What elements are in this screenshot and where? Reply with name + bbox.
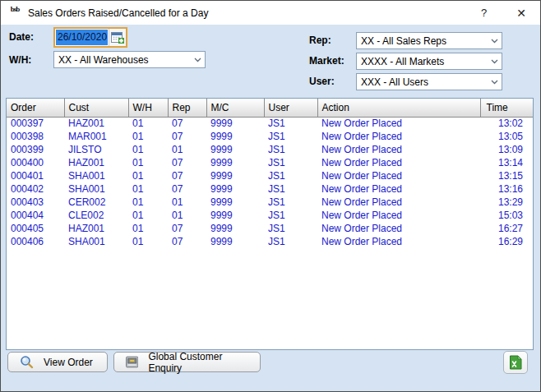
cell-action: New Order Placed: [317, 182, 480, 196]
rep-label: Rep:: [309, 35, 331, 46]
cell-order: 000398: [7, 130, 64, 143]
cell-cust: SHA001: [64, 235, 128, 248]
chevron-down-icon: [190, 58, 205, 62]
cell-time: 13:14: [480, 156, 533, 169]
cell-action: New Order Placed: [317, 209, 480, 222]
cell-m-c: 9999: [206, 196, 264, 209]
column-header-order[interactable]: Order: [7, 99, 64, 117]
warehouse-dropdown-value: XX - All Warehouses: [58, 54, 190, 66]
cell-order: 000397: [7, 117, 64, 130]
table-row[interactable]: 000400HAZ00101079999JS1New Order Placed1…: [7, 156, 533, 169]
cell-cust: HAZ001: [64, 156, 128, 169]
cell-order: 000401: [7, 169, 64, 182]
cell-user: JS1: [264, 209, 317, 222]
cell-w-h: 01: [128, 235, 168, 248]
global-customer-enquiry-button[interactable]: Global Customer Enquiry: [113, 352, 261, 372]
cell-time: 13:02: [480, 117, 533, 130]
chevron-down-icon: [487, 80, 502, 85]
cell-order: 000406: [7, 235, 64, 248]
help-button[interactable]: ?: [465, 1, 502, 25]
cell-rep: 07: [168, 182, 206, 196]
cell-time: 13:29: [480, 196, 533, 209]
cell-time: 13:15: [480, 169, 533, 182]
cell-user: JS1: [264, 117, 317, 130]
table-row[interactable]: 000398MAR00101079999JS1New Order Placed1…: [7, 130, 533, 143]
market-dropdown[interactable]: XXXX - All Markets: [356, 53, 502, 70]
warehouse-dropdown[interactable]: XX - All Warehouses: [53, 51, 206, 68]
column-header-user[interactable]: User: [264, 99, 317, 117]
column-header-action[interactable]: Action: [317, 99, 480, 117]
view-order-button[interactable]: View Order: [7, 352, 108, 372]
cell-time: 13:16: [480, 182, 533, 196]
window-title: Sales Orders Raised/Cancelled for a Day: [28, 7, 208, 19]
cell-time: 16:29: [480, 235, 533, 248]
cell-rep: 01: [168, 196, 206, 209]
title-bar: bsb Sales Orders Raised/Cancelled for a …: [1, 1, 540, 25]
cell-user: JS1: [264, 182, 317, 196]
date-field-group: 26/10/2020: [53, 27, 127, 48]
cell-cust: SHA001: [64, 169, 128, 182]
cell-rep: 07: [168, 169, 206, 182]
cell-rep: 07: [168, 222, 206, 235]
cell-cust: MAR001: [64, 130, 128, 143]
cell-w-h: 01: [128, 196, 168, 209]
cell-m-c: 9999: [206, 130, 264, 143]
table-row[interactable]: 000404CLE00201019999JS1New Order Placed1…: [7, 209, 533, 222]
cell-cust: CLE002: [64, 209, 128, 222]
cell-m-c: 9999: [206, 235, 264, 248]
date-label: Date:: [9, 31, 34, 43]
header-row: OrderCustW/HRepM/CUserActionTime: [7, 99, 533, 117]
table-row[interactable]: 000402SHA00101079999JS1New Order Placed1…: [7, 182, 533, 196]
user-label: User:: [309, 76, 335, 87]
date-picker-button[interactable]: [109, 29, 126, 46]
table-row[interactable]: 000401SHA00101079999JS1New Order Placed1…: [7, 169, 533, 182]
market-label: Market:: [309, 55, 344, 67]
cell-m-c: 9999: [206, 117, 264, 130]
cell-action: New Order Placed: [317, 117, 480, 130]
cell-user: JS1: [264, 169, 317, 182]
export-to-excel-button[interactable]: [503, 351, 528, 374]
cell-user: JS1: [264, 222, 317, 235]
drawer-icon: [126, 356, 138, 368]
cell-w-h: 01: [128, 143, 168, 156]
column-header-cust[interactable]: Cust: [64, 99, 128, 117]
table-row[interactable]: 000397HAZ00101079999JS1New Order Placed1…: [7, 117, 533, 130]
cell-user: JS1: [264, 143, 317, 156]
cell-order: 000399: [7, 143, 64, 156]
cell-action: New Order Placed: [317, 196, 480, 209]
close-button[interactable]: ✕: [502, 1, 540, 25]
orders-table-header: OrderCustW/HRepM/CUserActionTime: [7, 99, 533, 117]
cell-time: 13:09: [480, 143, 533, 156]
cell-w-h: 01: [128, 117, 168, 130]
cell-order: 000405: [7, 222, 64, 235]
column-header-w-h[interactable]: W/H: [128, 99, 168, 117]
warehouse-label: W/H:: [9, 54, 31, 66]
user-dropdown[interactable]: XXX - All Users: [356, 73, 502, 90]
table-row[interactable]: 000403CER00201019999JS1New Order Placed1…: [7, 196, 533, 209]
column-header-time[interactable]: Time: [480, 99, 533, 117]
rep-dropdown[interactable]: XX - All Sales Reps: [356, 32, 502, 49]
magnifier-icon: [20, 355, 34, 369]
table-row[interactable]: 000406SHA00101079999JS1New Order Placed1…: [7, 235, 533, 248]
cell-m-c: 9999: [206, 143, 264, 156]
cell-rep: 01: [168, 143, 206, 156]
calendar-icon: [111, 31, 124, 44]
cell-w-h: 01: [128, 156, 168, 169]
sales-orders-dialog: bsb Sales Orders Raised/Cancelled for a …: [0, 0, 541, 392]
column-header-m-c[interactable]: M/C: [206, 99, 264, 117]
table-row[interactable]: 000405HAZ00101079999JS1New Order Placed1…: [7, 222, 533, 235]
cell-rep: 07: [168, 156, 206, 169]
cell-time: 15:03: [480, 209, 533, 222]
market-dropdown-value: XXXX - All Markets: [361, 56, 487, 67]
excel-export-icon: [509, 355, 522, 370]
cell-action: New Order Placed: [317, 235, 480, 248]
column-header-rep[interactable]: Rep: [168, 99, 206, 117]
cell-action: New Order Placed: [317, 222, 480, 235]
cell-action: New Order Placed: [317, 143, 480, 156]
table-row[interactable]: 000399JILSTO01019999JS1New Order Placed1…: [7, 143, 533, 156]
rep-dropdown-value: XX - All Sales Reps: [361, 35, 487, 47]
cell-order: 000402: [7, 182, 64, 196]
date-input[interactable]: 26/10/2020: [56, 30, 108, 45]
cell-w-h: 01: [128, 182, 168, 196]
cell-cust: HAZ001: [64, 222, 128, 235]
